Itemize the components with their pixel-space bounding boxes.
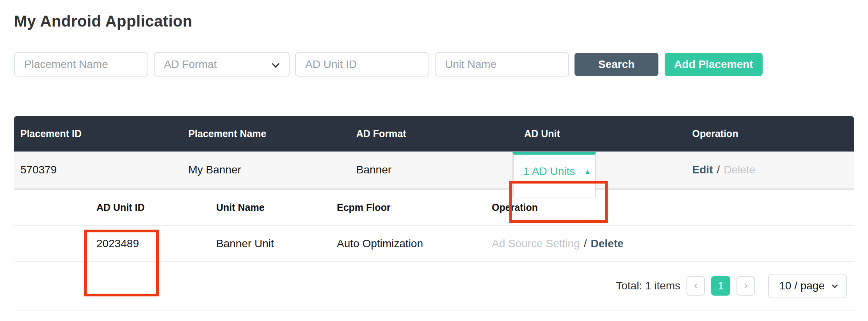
cell-placement-id: 570379 <box>14 164 182 176</box>
page-1-button[interactable]: 1 <box>711 276 730 296</box>
pagination-total: Total: 1 items <box>616 280 680 292</box>
subtable-header-row: AD Unit ID Unit Name Ecpm Floor Operatio… <box>14 190 854 226</box>
subheader-operation: Operation <box>492 202 854 213</box>
chevron-down-icon <box>272 60 280 68</box>
operation-separator: / <box>580 237 591 250</box>
triangle-up-icon: ▲ <box>583 167 591 176</box>
placements-table: Placement ID Placement Name AD Format AD… <box>14 116 854 310</box>
subcell-operation: Ad Source Setting/Delete <box>492 237 854 250</box>
add-placement-button[interactable]: Add Placement <box>665 53 763 76</box>
header-ad-unit: AD Unit <box>518 128 686 139</box>
placement-name-input[interactable] <box>14 52 148 77</box>
ad-unit-id-input[interactable] <box>295 52 429 77</box>
operation-separator: / <box>713 164 724 176</box>
chevron-left-icon: ‹ <box>694 278 698 292</box>
cell-ad-format: Banner <box>350 164 518 176</box>
prev-page-button[interactable]: ‹ <box>687 276 705 296</box>
page-size-select[interactable]: 10 / page <box>768 274 847 298</box>
header-placement-id: Placement ID <box>14 128 182 139</box>
page-title: My Android Application <box>14 12 854 30</box>
table-row: 570379 My Banner Banner Edit/Delete 1 AD… <box>14 152 854 190</box>
header-operation: Operation <box>686 128 854 139</box>
search-button[interactable]: Search <box>575 53 658 76</box>
delete-link[interactable]: Delete <box>724 164 755 176</box>
edit-link[interactable]: Edit <box>692 164 713 176</box>
pagination-bar: Total: 1 items ‹ 1 › 10 / page <box>14 262 854 310</box>
subheader-ecpm-floor: Ecpm Floor <box>337 202 492 213</box>
cell-placement-name: My Banner <box>182 164 350 176</box>
next-page-button[interactable]: › <box>736 276 755 296</box>
chevron-down-icon <box>832 282 838 288</box>
page: My Android Application AD Format Search … <box>0 12 868 310</box>
unit-name-input[interactable] <box>435 52 569 77</box>
subcell-ad-unit-id: 2023489 <box>96 237 216 250</box>
ad-units-toggle[interactable]: 1 AD Units ▲ <box>512 152 596 197</box>
subheader-unit-name: Unit Name <box>216 202 337 213</box>
cell-operation: Edit/Delete <box>686 164 854 176</box>
header-placement-name: Placement Name <box>182 128 350 139</box>
subcell-ecpm-floor: Auto Optimization <box>337 237 492 250</box>
ad-source-setting-link[interactable]: Ad Source Setting <box>492 237 580 250</box>
subheader-ad-unit-id: AD Unit ID <box>96 202 216 213</box>
page-size-label: 10 / page <box>779 280 825 292</box>
filter-bar: AD Format Search Add Placement <box>14 52 854 77</box>
subtable-row: 2023489 Banner Unit Auto Optimization Ad… <box>14 226 854 262</box>
subcell-unit-name: Banner Unit <box>216 237 337 250</box>
ad-format-select[interactable]: AD Format <box>154 52 290 77</box>
ad-units-toggle-label: 1 AD Units <box>523 165 575 178</box>
table-header-row: Placement ID Placement Name AD Format AD… <box>14 116 854 152</box>
chevron-right-icon: › <box>744 278 748 292</box>
header-ad-format: AD Format <box>350 128 518 139</box>
sub-delete-link[interactable]: Delete <box>591 237 623 250</box>
ad-format-select-placeholder: AD Format <box>164 58 217 71</box>
